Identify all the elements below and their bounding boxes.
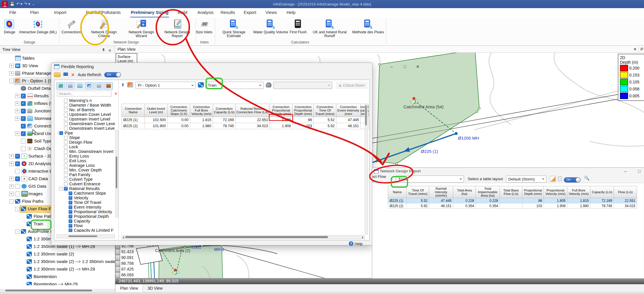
expander-icon[interactable]: - (59, 187, 63, 191)
field-checkbox[interactable] (69, 205, 72, 209)
tree-checkbox[interactable] (21, 124, 26, 129)
undo-icon[interactable]: ↶ ▾ (16, 1, 22, 7)
help-button[interactable]: ? Help (349, 241, 363, 246)
maximize-icon[interactable]: □ (403, 64, 407, 69)
report-hscrollbar[interactable] (122, 235, 365, 239)
pin-icon[interactable] (102, 47, 105, 54)
delete-icon[interactable]: ✕ (71, 72, 75, 78)
tree-item-1-2-350mm-swale-2-[interactable]: 1:2 350mm swale (2) (0, 250, 115, 258)
table-row[interactable]: Ø225 (1)5.5247.4450.2280.228861.6051.815… (388, 198, 637, 203)
tree-checkbox[interactable] (21, 109, 26, 114)
field-checkbox[interactable] (64, 178, 68, 181)
menu-tab-results[interactable]: Results (220, 8, 236, 17)
phase-select[interactable]: Pr - Option 1 (135, 82, 196, 89)
inflows-filter-button[interactable] (56, 82, 65, 90)
storm-select[interactable] (273, 82, 332, 89)
field-checkbox[interactable] (64, 136, 68, 140)
clipboard-icon[interactable] (558, 176, 562, 181)
ndr-title-bar[interactable]: Network Design Report – □ (372, 168, 644, 175)
expander-icon[interactable]: + (15, 109, 19, 113)
tree-item-bioretention[interactable]: Bioretention (0, 273, 115, 280)
field-checkbox[interactable] (64, 140, 68, 144)
tree-item-bioretention-mh-29[interactable]: Bioretention --> MH-29 (0, 280, 115, 285)
field-checkbox[interactable] (69, 201, 72, 204)
maximize-icon[interactable]: □ (637, 169, 642, 174)
field-item-design-flow[interactable]: Design Flow (58, 140, 115, 145)
tree-checkbox[interactable] (21, 131, 26, 136)
redo-icon[interactable]: ↷ ▾ (24, 1, 30, 7)
field-item-exit-loss[interactable]: Exit Loss (58, 158, 115, 163)
open-icon[interactable] (54, 72, 60, 77)
menu-tab-preliminary-sizing[interactable]: Preliminary Sizing (130, 8, 169, 18)
menu-tab-plan[interactable]: Plan (30, 8, 39, 17)
dialog-title-bar[interactable]: Flexible Reporting – □ ✕ (51, 63, 372, 70)
column-header[interactable]: Total Area (ha) (453, 186, 476, 198)
collapsed-properties-tab[interactable]: P (639, 46, 643, 53)
ndr-table[interactable]: NameTime Of Travel (mins)Rainfall Intens… (388, 186, 637, 209)
connections-filter-button[interactable] (85, 82, 94, 90)
menu-tab-build[interactable]: Build (177, 8, 188, 17)
column-header[interactable]: Proportional Velocity (m/s) (544, 186, 567, 198)
critical-storm-button[interactable]: Critical Storm (336, 82, 368, 89)
column-header[interactable]: Full Bore Velocity (m/s) (567, 186, 590, 198)
expander-icon[interactable]: + (9, 162, 14, 166)
field-item-pipe[interactable]: -Pipe (58, 131, 115, 135)
field-checkbox[interactable] (69, 191, 72, 195)
menu-tab-help[interactable]: Help (286, 8, 296, 17)
field-list-vscrollbar[interactable] (115, 130, 118, 218)
qat-customize-icon[interactable]: ⌄ (32, 1, 35, 7)
field-item-min-downstream-invert[interactable]: Min. Downstream Invert (58, 149, 115, 154)
tree-checkbox[interactable] (15, 154, 20, 159)
column-header[interactable]: Proportional Depth (mm) (522, 186, 544, 198)
tree-item-1-2-350mm-swale-2-1-2-350mm-swale[interactable]: 1:2 350mm swale (2) --> 1:2 350mm swale (0, 258, 115, 265)
column-header[interactable]: Connection Capacity (L/s) (213, 104, 236, 117)
field-item-part-family[interactable]: Part Family (58, 172, 115, 177)
flow-path-select[interactable]: Train (206, 82, 263, 89)
edit-layout-icon[interactable] (550, 176, 556, 182)
field-item-rational-results[interactable]: -Rational Results (58, 186, 115, 191)
expander-icon[interactable]: + (15, 101, 19, 106)
field-checkbox[interactable] (69, 210, 72, 214)
expander-icon[interactable]: + (9, 177, 14, 181)
field-item-catchment-slope[interactable]: Catchment Slope (58, 191, 115, 196)
tree-checkbox[interactable] (15, 169, 20, 174)
expander-icon[interactable]: + (9, 192, 14, 196)
close-icon[interactable]: ✕ (415, 64, 420, 69)
column-header[interactable]: Time Of Travel (mins) (407, 186, 429, 198)
field-checkbox[interactable] (59, 131, 63, 135)
field-item-entry-loss[interactable]: Entry Loss (58, 154, 115, 158)
column-header[interactable]: Rational Results Connection Flow (L/s) (236, 104, 270, 117)
inlets-filter-button[interactable] (95, 82, 103, 90)
clear-search-icon[interactable]: ✕ (114, 91, 118, 97)
tree-checkbox[interactable] (21, 101, 26, 106)
ribbon-button-water-quality-volume[interactable]: Water Quality Volume (253, 18, 288, 40)
expander-icon[interactable]: + (9, 71, 14, 76)
view-tab-3d-view[interactable]: 3D View (143, 284, 167, 292)
field-checkbox[interactable] (69, 224, 72, 228)
field-item-average-loss[interactable]: Average Loss (58, 163, 115, 168)
tree-checkbox[interactable] (15, 184, 20, 189)
field-checkbox[interactable] (64, 117, 68, 121)
column-header[interactable]: Rainfall Intensity (mm/hr) (429, 186, 453, 198)
tree-item-tables[interactable]: Tables (0, 54, 115, 62)
search-input[interactable]: Search... ✕ (57, 91, 111, 96)
field-item-culvert-entrance[interactable]: Culvert Entrance (58, 182, 115, 186)
field-checkbox[interactable] (64, 122, 68, 126)
field-item-capacity[interactable]: Capacity (58, 219, 115, 223)
menu-tab-rainfall-pollutants[interactable]: Rainfall/Pollutants (85, 8, 121, 17)
field-checkbox[interactable] (64, 168, 68, 172)
field-item-lock[interactable]: Lock (58, 145, 115, 149)
column-header[interactable]: Total Base Flow (L/s) (500, 186, 522, 198)
minimize-icon[interactable]: – (623, 169, 628, 174)
auto-refresh-toggle[interactable]: On (104, 72, 121, 77)
menu-tab-export[interactable]: Export (243, 8, 257, 17)
close-icon[interactable]: ✕ (633, 46, 637, 53)
menu-tab-analysis[interactable]: Analysis (197, 8, 214, 17)
expander-icon[interactable]: - (58, 131, 58, 135)
field-checkbox[interactable] (64, 108, 68, 112)
tree-checkbox[interactable] (21, 94, 26, 98)
field-checkbox[interactable] (64, 182, 68, 186)
tree-item-1-2-350mm-swale-2-mh-29[interactable]: 1:2 350mm swale (2) --> MH-29 (0, 265, 115, 273)
expander-icon[interactable]: + (9, 184, 14, 189)
mh-1200-node[interactable] (455, 132, 458, 135)
